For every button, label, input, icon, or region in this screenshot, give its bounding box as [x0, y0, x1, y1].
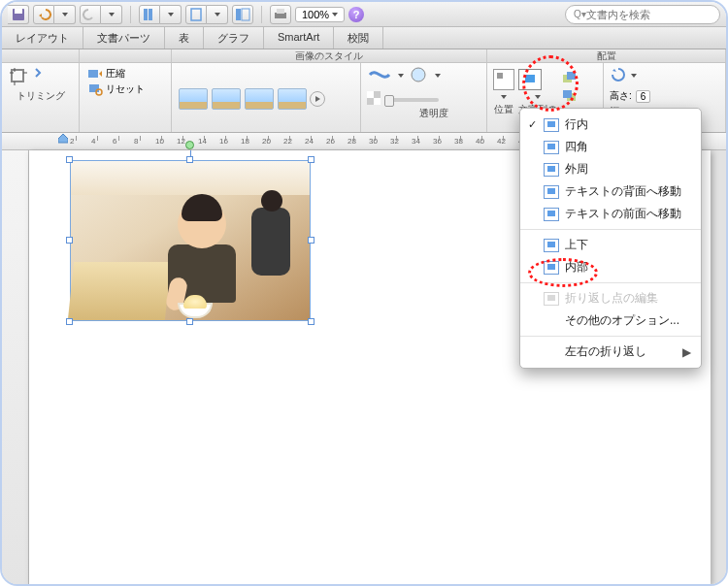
tab-table[interactable]: 表	[165, 27, 204, 49]
zoom-combo[interactable]: 100%	[295, 7, 345, 22]
effects-button[interactable]	[410, 66, 429, 85]
menu-item-front[interactable]: テキストの前面へ移動	[520, 203, 701, 225]
style-thumb-2[interactable]	[212, 88, 241, 110]
menu-item-inline[interactable]: ✓行内	[520, 114, 701, 136]
undo-split[interactable]	[8, 5, 29, 24]
resize-handle-t[interactable]	[186, 156, 193, 163]
svg-rect-15	[367, 91, 374, 98]
resize-handle-l[interactable]	[66, 237, 73, 244]
rotate-button[interactable]	[610, 66, 627, 85]
ruler-number: 28	[347, 137, 356, 146]
wrap-menu-icon[interactable]	[535, 95, 541, 99]
svg-rect-2	[144, 9, 148, 20]
tab-layout[interactable]: レイアウト	[2, 27, 83, 49]
search-icon: Q▾	[574, 9, 586, 19]
ruler-number: 16	[219, 137, 228, 146]
tab-parts[interactable]: 文書パーツ	[83, 27, 165, 49]
ruler-number: 34	[412, 137, 420, 146]
sidebar-toggle[interactable]	[232, 5, 253, 24]
undo-button	[33, 5, 54, 24]
height-label: 高さ:	[610, 89, 632, 103]
effects-menu-icon[interactable]	[435, 74, 441, 78]
menu-item-square[interactable]: 四角	[520, 136, 701, 158]
print-button[interactable]	[270, 5, 291, 24]
menu-item-tight[interactable]: 外周	[520, 158, 701, 180]
search-input[interactable]	[586, 9, 720, 20]
undo-redo[interactable]	[33, 5, 76, 24]
ruler-number: 6	[113, 137, 116, 146]
ruler-number: 2	[70, 137, 74, 146]
position-button[interactable]	[493, 69, 514, 90]
style-thumb-3[interactable]	[245, 88, 274, 110]
quick-access-toolbar: 100% ? Q▾	[2, 2, 726, 27]
rotate-handle[interactable]	[185, 141, 194, 149]
style-thumb-1[interactable]	[179, 88, 208, 110]
tab-smartart[interactable]: SmartArt	[264, 27, 334, 49]
header-style: 画像のスタイル	[172, 49, 487, 62]
indent-marker-icon[interactable]	[58, 134, 68, 146]
resize-handle-tr[interactable]	[308, 156, 314, 163]
group-effects: 透明度	[361, 63, 487, 132]
wrap-behind-icon	[544, 185, 559, 199]
ruler-number: 20	[262, 137, 271, 146]
resize-handle-b[interactable]	[186, 318, 193, 325]
border-menu-icon[interactable]	[398, 74, 404, 78]
svg-rect-8	[277, 9, 284, 14]
position-menu-icon[interactable]	[501, 95, 507, 99]
svg-rect-20	[563, 90, 572, 98]
svg-rect-11	[89, 84, 99, 92]
ribbon-group-headers: 画像のスタイル 配置	[2, 49, 726, 63]
bring-forward-icon[interactable]	[561, 71, 579, 86]
compress-button[interactable]: 圧縮	[85, 66, 165, 81]
resize-handle-r[interactable]	[308, 237, 314, 244]
resize-handle-br[interactable]	[308, 318, 314, 325]
help-icon[interactable]: ?	[348, 7, 364, 22]
menu-item-more-options[interactable]: その他のオプション...	[520, 309, 701, 332]
text-wrap-button[interactable]	[518, 69, 542, 90]
resize-handle-bl[interactable]	[66, 318, 73, 325]
view-toggle[interactable]	[185, 5, 228, 24]
wrap-front-icon	[544, 208, 559, 221]
text-wrap-menu: ✓行内 四角 外周 テキストの背面へ移動 テキストの前面へ移動 上下 内部 折り…	[519, 108, 702, 369]
undo-menu	[54, 5, 76, 24]
transparency-label: 透明度	[386, 107, 480, 120]
svg-rect-16	[374, 98, 381, 105]
ruler-number: 18	[241, 137, 249, 146]
menu-item-behind[interactable]: テキストの背面へ移動	[520, 180, 701, 203]
tab-chart[interactable]: グラフ	[204, 27, 264, 49]
wrap-through-icon	[544, 261, 559, 275]
resize-handle-tl[interactable]	[66, 156, 73, 163]
svg-rect-6	[242, 9, 249, 20]
crop-expand-icon[interactable]	[32, 66, 46, 87]
zoom-value: 100%	[302, 9, 329, 20]
ruler-number: 30	[369, 137, 378, 146]
menu-item-topbottom[interactable]: 上下	[520, 234, 701, 256]
transparency-icon	[367, 91, 381, 105]
menu-separator	[520, 229, 701, 230]
svg-point-13	[412, 68, 425, 81]
search-box[interactable]: Q▾	[565, 5, 720, 24]
transparency-slider[interactable]	[384, 98, 439, 102]
crop-button[interactable]	[8, 66, 29, 87]
view-columns[interactable]	[139, 5, 182, 24]
selected-image[interactable]	[70, 160, 311, 321]
menu-separator	[520, 282, 701, 283]
tab-review[interactable]: 校閲	[334, 27, 383, 49]
height-input[interactable]: 6	[636, 90, 651, 103]
styles-more-icon[interactable]	[310, 91, 325, 107]
vertical-ruler[interactable]	[2, 150, 29, 584]
ruler-number: 32	[390, 137, 399, 146]
image-content	[70, 160, 311, 321]
ruler-number: 40	[476, 137, 484, 146]
scrollbar-vertical[interactable]	[711, 150, 726, 584]
svg-rect-3	[149, 9, 152, 20]
menu-item-lr-wrap[interactable]: 左右の折り返し▶	[520, 341, 701, 363]
send-backward-icon[interactable]	[561, 89, 579, 105]
menu-item-through[interactable]: 内部	[520, 256, 701, 278]
reset-button[interactable]: リセット	[85, 81, 165, 97]
style-thumb-4[interactable]	[278, 88, 307, 110]
ribbon-tabs: レイアウト 文書パーツ 表 グラフ SmartArt 校閲	[2, 27, 726, 49]
border-button[interactable]	[367, 68, 392, 83]
redo-split[interactable]	[80, 5, 122, 24]
svg-rect-10	[88, 70, 98, 78]
